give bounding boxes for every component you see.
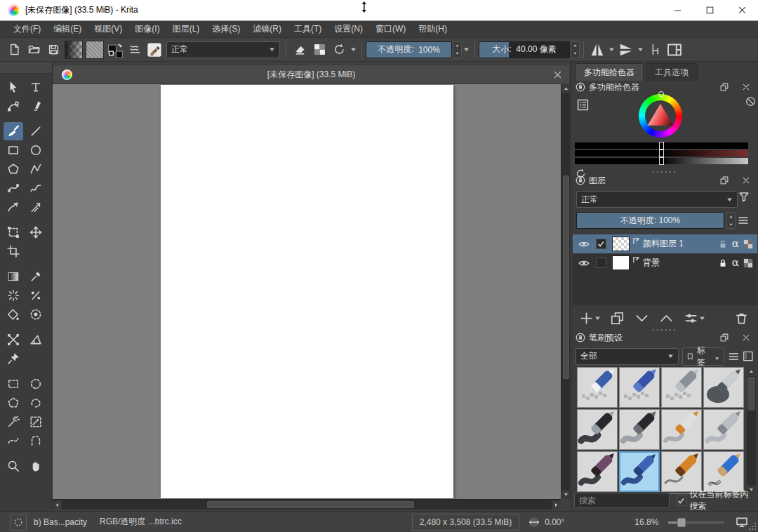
move-layer-down-icon[interactable] — [635, 312, 649, 325]
canvas-background[interactable] — [53, 84, 561, 499]
brush-preset-editor-button[interactable] — [145, 41, 164, 59]
tool-multibrush-button[interactable] — [26, 198, 46, 216]
minimize-button[interactable] — [661, 0, 693, 20]
layer-active-checkbox[interactable] — [596, 239, 606, 249]
tool-polyline-button[interactable] — [26, 160, 46, 178]
brush-preset-9[interactable] — [619, 451, 660, 492]
alpha-lock-icon[interactable]: α — [732, 239, 739, 249]
panel-splitter[interactable] — [571, 169, 758, 174]
caret-down-icon[interactable] — [350, 46, 357, 53]
layer-active-checkbox[interactable] — [596, 258, 606, 268]
fit-to-screen-icon[interactable] — [736, 516, 748, 528]
layer-row-0[interactable]: 颜料图层 1α — [573, 234, 757, 253]
tool-select-shapes-button[interactable] — [4, 78, 23, 96]
vertical-scroll-handle[interactable] — [563, 175, 569, 379]
tool-enclose-fill-button[interactable] — [26, 305, 46, 324]
window-resize-grip[interactable] — [748, 522, 757, 531]
inherit-alpha-icon[interactable] — [743, 239, 753, 249]
scroll-down-button[interactable] — [561, 490, 571, 499]
layer-blend-mode-dropdown[interactable]: 正常 — [576, 191, 738, 208]
tool-freehand-path-button[interactable] — [26, 179, 46, 197]
tool-transform-button[interactable] — [4, 223, 23, 241]
thumbnail-size-icon[interactable] — [743, 350, 754, 362]
layer-row-1[interactable]: 背景α — [573, 253, 757, 272]
brush-settings-button[interactable] — [126, 41, 144, 59]
float-panel-icon[interactable] — [720, 83, 729, 91]
foreground-background-colors[interactable] — [106, 41, 124, 59]
tool-contiguous-select-button[interactable] — [26, 413, 46, 431]
brush-size-slider[interactable]: 大小: 40.00 像素 — [479, 41, 570, 58]
move-layer-up-icon[interactable] — [660, 312, 673, 325]
layer-visibility-icon[interactable] — [578, 239, 590, 250]
tool-smart-patch-button[interactable] — [26, 286, 46, 305]
zoom-slider-knob[interactable] — [677, 518, 686, 527]
zoom-slider[interactable] — [668, 517, 724, 527]
layer-thumbnail[interactable] — [612, 237, 630, 251]
alpha-lock-icon[interactable]: α — [732, 258, 739, 268]
tool-reference-images-button[interactable] — [4, 350, 23, 368]
layer-filter-button[interactable] — [738, 191, 754, 208]
float-panel-icon[interactable] — [720, 176, 729, 185]
mirror-vertical-button[interactable] — [617, 41, 635, 59]
tool-zoom-button[interactable] — [4, 457, 23, 475]
menu-item-2[interactable]: 视图(V) — [88, 21, 128, 37]
color-slider-3[interactable] — [575, 158, 748, 164]
brush-outline-button[interactable] — [10, 514, 27, 531]
statusbar-canvas-size[interactable]: 2,480 x 3,508 (33.5 MiB) — [412, 514, 519, 531]
brush-preset-3[interactable] — [703, 367, 744, 408]
brush-preset-6[interactable] — [661, 409, 702, 450]
opacity-slider[interactable]: 不透明度: 100% — [366, 41, 452, 58]
menu-item-0[interactable]: 文件(F) — [7, 21, 47, 37]
layer-name[interactable]: 背景 — [643, 257, 660, 269]
brush-preset-1[interactable] — [619, 367, 660, 408]
color-slider-1[interactable] — [575, 142, 748, 149]
scroll-right-button[interactable] — [552, 500, 561, 510]
add-layer-icon[interactable] — [580, 312, 593, 325]
tool-move-button[interactable] — [26, 223, 46, 241]
new-document-button[interactable] — [5, 41, 23, 59]
menu-item-7[interactable]: 工具(T) — [288, 21, 328, 37]
preset-list-view-icon[interactable] — [728, 351, 740, 362]
save-button[interactable] — [44, 41, 62, 59]
tool-ellipse-select-button[interactable] — [26, 375, 46, 393]
slider-marker[interactable] — [659, 157, 664, 165]
layer-opacity-slider[interactable]: 不透明度: 100% — [576, 212, 724, 229]
tool-line-button[interactable] — [26, 122, 46, 140]
reload-preset-button[interactable] — [330, 41, 348, 59]
duplicate-layer-icon[interactable] — [611, 312, 624, 325]
color-slider-2[interactable] — [575, 150, 748, 157]
layer-visibility-icon[interactable] — [578, 258, 590, 269]
caret-down-icon[interactable] — [699, 315, 705, 321]
layer-options-button[interactable] — [737, 215, 752, 227]
maximize-button[interactable] — [693, 0, 726, 20]
brush-preset-8[interactable] — [577, 451, 618, 492]
layer-opacity-spinner[interactable] — [726, 212, 736, 229]
blend-mode-dropdown[interactable]: 正常 — [166, 41, 280, 58]
menu-item-3[interactable]: 图像(I) — [128, 21, 166, 37]
preserve-alpha-button[interactable] — [310, 41, 328, 59]
search-scope-checkbox[interactable] — [677, 496, 686, 506]
caret-down-icon[interactable] — [637, 46, 644, 53]
close-panel-icon[interactable] — [742, 333, 750, 342]
tool-bezier-select-button[interactable] — [4, 432, 23, 450]
panel-lock-icon[interactable] — [576, 82, 585, 92]
tool-rectangle-button[interactable] — [4, 141, 23, 159]
tool-calligraphy-button[interactable] — [26, 97, 46, 115]
docker-tab-0[interactable]: 多功能拾色器 — [575, 63, 644, 81]
menu-item-5[interactable]: 选择(S) — [206, 21, 246, 37]
tool-freehand-select-button[interactable] — [26, 394, 46, 412]
vertical-scrollbar[interactable] — [561, 84, 570, 499]
menu-item-9[interactable]: 窗口(W) — [369, 21, 412, 37]
menu-item-6[interactable]: 滤镜(R) — [246, 21, 288, 37]
close-button[interactable] — [726, 0, 758, 20]
crop-canvas-button[interactable] — [646, 41, 664, 59]
tags-button[interactable]: 标签 — [682, 347, 724, 366]
gradient-swatch-button[interactable] — [65, 41, 83, 59]
preset-search-input[interactable] — [574, 493, 670, 508]
layer-properties-icon[interactable] — [684, 312, 698, 325]
pattern-swatch-button[interactable] — [86, 41, 104, 59]
brush-preset-4[interactable] — [577, 409, 618, 450]
lock-icon[interactable] — [718, 258, 728, 268]
scroll-left-button[interactable] — [53, 500, 62, 510]
tool-rect-select-button[interactable] — [4, 375, 23, 393]
